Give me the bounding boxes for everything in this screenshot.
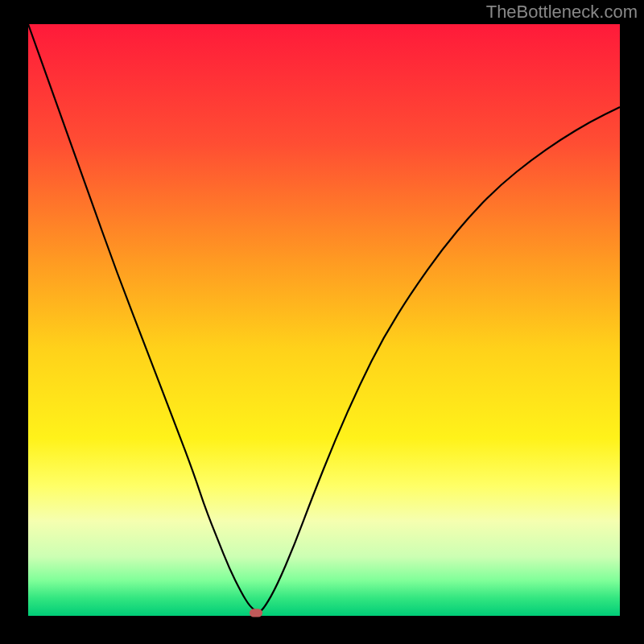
watermark-text: TheBottleneck.com [486,2,638,23]
chart-svg [0,0,644,644]
chart-container: TheBottleneck.com [0,0,644,644]
plot-background [28,24,620,616]
optimal-marker [250,609,262,617]
